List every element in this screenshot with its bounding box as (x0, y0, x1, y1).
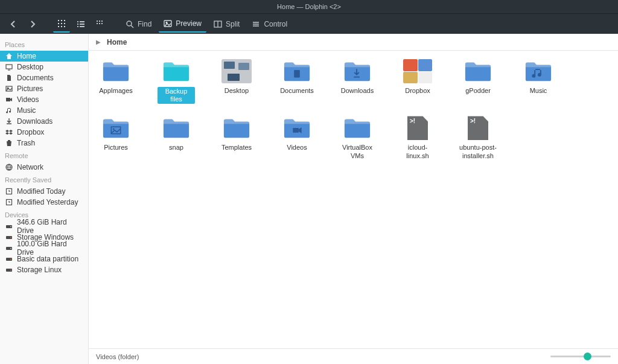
sidebar-item-modified-today[interactable]: Modified Today (0, 186, 88, 197)
sidebar-item-music[interactable]: Music (0, 105, 88, 116)
control-button[interactable]: Control (247, 16, 292, 33)
svg-rect-14 (80, 26, 84, 27)
file-item-appimages[interactable]: AppImages (97, 58, 135, 104)
preview-label: Preview (176, 19, 202, 28)
svg-point-40 (10, 237, 11, 238)
desktop-icon (5, 63, 13, 71)
status-text: Videos (folder) (96, 353, 543, 360)
titlebar: Home — Dolphin <2> (0, 0, 618, 13)
find-button[interactable]: Find (121, 16, 156, 33)
view-details-button[interactable] (92, 16, 109, 33)
svg-rect-17 (101, 21, 103, 22)
breadcrumb-segment[interactable]: Home (107, 38, 127, 46)
sidebar-item-documents[interactable]: Documents (0, 72, 88, 83)
sidebar-item-network[interactable]: Network (0, 162, 88, 173)
file-item-music[interactable]: Music (520, 58, 557, 104)
sidebar-item-label: 100.0 GiB Hard Drive (17, 240, 83, 257)
sidebar-item-label: Music (17, 106, 36, 115)
svg-rect-47 (294, 70, 300, 77)
file-item-dropbox[interactable]: Dropbox (399, 58, 436, 104)
svg-point-38 (10, 226, 11, 228)
drive-icon (5, 222, 13, 231)
sidebar-item-100-0-gib-hard-drive[interactable]: 100.0 GiB Hard Drive (0, 243, 88, 254)
svg-point-49 (113, 129, 115, 130)
sidebar-item-label: 346.6 GiB Hard Drive (17, 218, 83, 235)
sidebar-item-dropbox[interactable]: Dropbox (0, 127, 88, 138)
item-name: icloud-linux.sh (399, 144, 436, 159)
sidebar-item-label: Dropbox (17, 128, 44, 136)
svg-rect-19 (99, 23, 100, 24)
item-name: Dropbox (405, 87, 430, 95)
clock-icon (5, 187, 13, 196)
sidebar-section-places: Places (0, 37, 88, 51)
file-item-gpodder[interactable]: gPodder (459, 58, 497, 104)
item-icon: >! (463, 115, 493, 141)
svg-rect-13 (77, 26, 78, 27)
forward-button[interactable] (24, 16, 41, 33)
sidebar-section-recent: Recently Saved (0, 173, 88, 186)
sidebar-item-desktop[interactable]: Desktop (0, 62, 88, 72)
item-name: gPodder (465, 87, 491, 95)
svg-rect-4 (61, 23, 62, 24)
drive-red-icon (5, 233, 13, 241)
svg-rect-8 (64, 26, 65, 27)
sidebar-item-label: Trash (17, 139, 35, 147)
svg-rect-33 (6, 98, 10, 101)
sidebar-item-videos[interactable]: Videos (0, 94, 88, 105)
file-item-downloads[interactable]: Downloads (339, 58, 376, 104)
find-label: Find (138, 20, 151, 28)
file-item-videos[interactable]: Videos (278, 115, 316, 159)
split-button[interactable]: Split (209, 16, 244, 33)
file-item-icloud-linux-sh[interactable]: >!icloud-linux.sh (399, 115, 436, 159)
music-icon (5, 106, 13, 115)
svg-rect-29 (6, 65, 12, 69)
svg-rect-5 (64, 23, 65, 24)
view-compact-button[interactable] (72, 16, 89, 33)
zoom-slider[interactable] (550, 356, 611, 357)
split-icon (214, 20, 222, 28)
view-icons-button[interactable] (53, 16, 70, 33)
sidebar-item-downloads[interactable]: Downloads (0, 116, 88, 127)
download-icon (5, 117, 13, 126)
file-item-backup-files[interactable]: Backup files (158, 58, 195, 104)
svg-rect-12 (80, 24, 84, 25)
zoom-handle[interactable] (584, 353, 591, 360)
image-icon (164, 19, 172, 28)
file-item-ubuntu-post-installer-sh[interactable]: >!ubuntu-post-installer.sh (459, 115, 497, 159)
item-icon (342, 115, 372, 141)
preview-button[interactable]: Preview (159, 16, 206, 33)
sidebar-item-storage-linux[interactable]: Storage Linux (0, 264, 88, 275)
item-icon (161, 58, 191, 85)
trash-icon (5, 139, 13, 147)
sidebar-item-home[interactable]: Home (0, 51, 88, 62)
item-icon (282, 115, 312, 141)
sidebar-item-pictures[interactable]: Pictures (0, 83, 88, 94)
file-grid-area[interactable]: AppImagesBackup filesDesktopDocumentsDow… (89, 51, 618, 348)
svg-point-21 (127, 21, 132, 26)
file-item-pictures[interactable]: Pictures (97, 115, 135, 159)
file-item-desktop[interactable]: Desktop (218, 58, 255, 104)
svg-rect-18 (97, 23, 98, 24)
breadcrumb[interactable]: ▶ Home (89, 34, 618, 51)
sidebar-item-346-6-gib-hard-drive[interactable]: 346.6 GiB Hard Drive (0, 221, 88, 232)
item-name: Videos (287, 144, 307, 152)
sidebar-item-label: Storage Linux (17, 266, 62, 274)
svg-rect-15 (97, 21, 98, 22)
item-icon: >! (403, 115, 433, 141)
statusbar: Videos (folder) (89, 348, 618, 364)
item-icon (101, 115, 131, 141)
file-item-virtualbox-vms[interactable]: VirtualBox VMs (339, 115, 376, 159)
file-item-snap[interactable]: snap (158, 115, 195, 159)
item-icon (221, 115, 252, 141)
file-item-documents[interactable]: Documents (278, 58, 316, 104)
sidebar: PlacesHomeDesktopDocumentsPicturesVideos… (0, 34, 89, 364)
sidebar-item-label: Modified Today (17, 187, 66, 196)
sidebar-item-basic-data-partition[interactable]: Basic data partition (0, 254, 88, 264)
item-name: Pictures (104, 144, 128, 152)
back-button[interactable] (5, 16, 22, 33)
item-icon (463, 58, 493, 85)
file-item-templates[interactable]: Templates (218, 115, 255, 159)
sidebar-item-trash[interactable]: Trash (0, 138, 88, 148)
sidebar-item-modified-yesterday[interactable]: Modified Yesterday (0, 197, 88, 208)
drive-red-icon (5, 255, 13, 263)
